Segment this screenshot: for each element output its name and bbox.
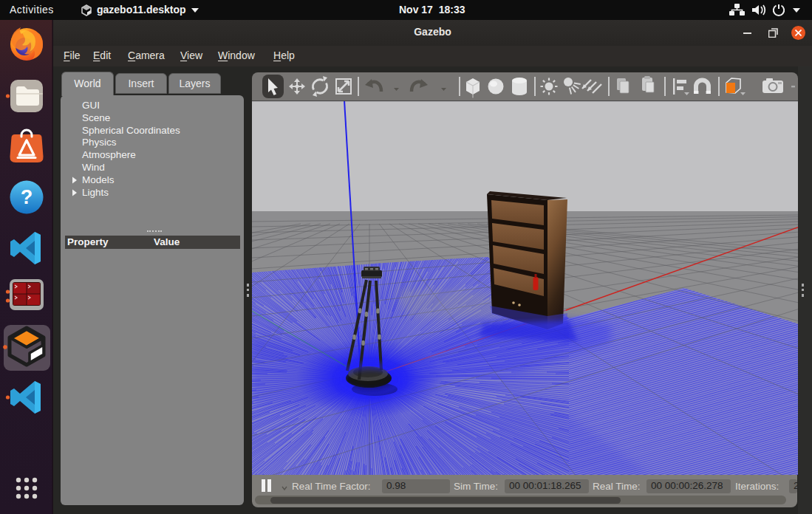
svg-text:?: ? bbox=[21, 186, 33, 208]
